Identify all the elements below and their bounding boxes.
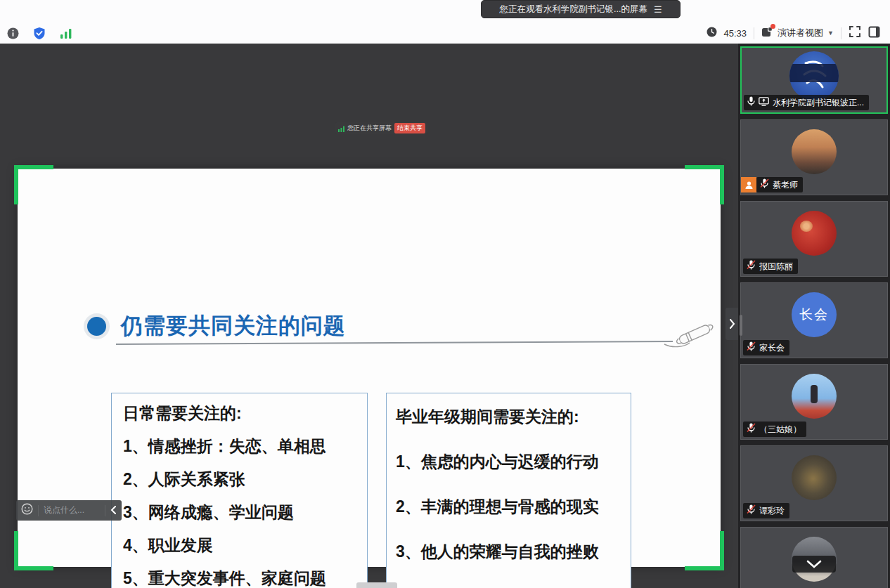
participant-label: 报国陈丽 (743, 259, 798, 274)
mic-muted-icon (747, 504, 756, 517)
participant-tile[interactable] (740, 527, 888, 588)
bottom-toolbar-hint (356, 582, 397, 588)
scroll-more-participants-button[interactable] (792, 556, 836, 573)
participant-label: 水利学院副书记银波正... (744, 95, 869, 110)
pen-icon (663, 312, 719, 353)
speaker-view-icon (761, 26, 773, 40)
mic-muted-icon (760, 178, 769, 191)
meeting-timer: 45:33 (724, 28, 747, 39)
side-panel-toggle-icon[interactable] (868, 26, 880, 41)
view-mode-label: 演讲者视图 (778, 27, 823, 39)
share-corner-marker (685, 165, 724, 204)
chat-input[interactable]: 说点什么... (44, 504, 100, 516)
chevron-down-icon: ▼ (827, 30, 834, 37)
right-box-heading: 毕业年级期间需要关注的: (396, 406, 621, 428)
left-box-item: 2、人际关系紧张 (123, 469, 356, 490)
share-corner-marker (685, 531, 724, 570)
avatar (792, 129, 837, 174)
daily-concerns-box: 日常需要关注的: 1、情感挫折：失恋、单相思 2、人际关系紧张 3、网络成瘾、学… (111, 393, 368, 588)
screen-share-icon (759, 96, 769, 109)
signal-bars-icon (338, 122, 344, 135)
fullscreen-icon[interactable] (849, 25, 861, 41)
clock-icon (707, 27, 717, 40)
participant-tile[interactable]: （三姑娘） (740, 364, 888, 440)
banner-menu-icon[interactable]: ☰ (654, 4, 662, 15)
chevron-left-icon[interactable] (110, 504, 117, 517)
right-box-item: 1、焦虑的内心与迟缓的行动 (396, 451, 621, 473)
watching-screen-text: 您正在观看水利学院副书记银...的屏幕 (499, 4, 647, 15)
avatar (792, 374, 837, 419)
info-icon[interactable] (7, 27, 19, 42)
sharing-status-banner: 您正在共享屏幕 结束共享 (335, 122, 428, 134)
mic-muted-icon (747, 423, 756, 436)
right-box-item: 2、丰满的理想与骨感的现实 (396, 496, 621, 518)
mic-muted-icon (747, 260, 756, 273)
emoji-icon[interactable] (21, 503, 33, 518)
title-bullet-dot (87, 317, 106, 336)
left-box-item: 1、情感挫折：失恋、单相思 (123, 436, 356, 457)
participant-tile[interactable]: 长会 家长会 (740, 282, 888, 358)
share-corner-marker (14, 165, 53, 204)
divider (105, 505, 105, 516)
divider (841, 27, 841, 39)
stop-sharing-button[interactable]: 结束共享 (394, 123, 425, 133)
host-badge-icon (741, 177, 756, 192)
avatar (792, 455, 837, 500)
avatar: 长会 (792, 292, 837, 337)
sidebar-collapse-handle[interactable] (725, 308, 738, 340)
participant-name: 谭彩玲 (759, 505, 785, 517)
avatar (792, 211, 837, 256)
chat-quick-bar[interactable]: 说点什么... (16, 500, 122, 521)
right-box-item: 3、他人的荣耀与自我的挫败 (396, 541, 621, 563)
left-box-item: 5、重大突发事件、家庭问题 (123, 568, 356, 588)
left-box-heading: 日常需要关注的: (123, 403, 356, 424)
avatar (789, 51, 839, 100)
participant-tile-presenter[interactable]: 水利学院副书记银波正... (740, 46, 888, 114)
participant-name: 报国陈丽 (759, 261, 793, 273)
meeting-header: 45:33 演讲者视图 ▼ (0, 0, 890, 44)
slide-title: 仍需要共同关注的问题 (121, 311, 346, 341)
network-signal-icon[interactable] (60, 28, 72, 42)
participant-name: 水利学院副书记银波正... (773, 97, 864, 109)
left-box-item: 4、职业发展 (123, 535, 356, 556)
divider (38, 505, 39, 516)
participant-tile[interactable]: 报国陈丽 (740, 201, 888, 277)
divider (754, 27, 754, 39)
title-underline (116, 341, 673, 345)
participants-sidebar: 水利学院副书记银波正... 綦老师 报国陈丽 (738, 44, 890, 588)
sidebar-scrollbar[interactable] (740, 315, 742, 336)
participant-label: 谭彩玲 (743, 503, 789, 518)
share-corner-marker (14, 531, 53, 570)
participant-name: 綦老师 (773, 179, 798, 191)
watching-screen-banner[interactable]: 您正在观看水利学院副书记银...的屏幕 ☰ (481, 0, 681, 18)
participant-name: 家长会 (759, 342, 785, 354)
participant-label: 綦老师 (756, 177, 803, 192)
graduation-concerns-box: 毕业年级期间需要关注的: 1、焦虑的内心与迟缓的行动 2、丰满的理想与骨感的现实… (386, 393, 631, 588)
participant-name: （三姑娘） (759, 424, 801, 436)
security-shield-icon[interactable] (33, 27, 46, 43)
left-box-item: 3、网络成瘾、学业问题 (123, 502, 356, 523)
participant-label: （三姑娘） (743, 422, 806, 437)
participant-tile[interactable]: 谭彩玲 (740, 445, 888, 521)
avatar-initials: 长会 (799, 306, 829, 324)
mic-muted-icon (747, 341, 756, 354)
view-mode-button[interactable]: 演讲者视图 ▼ (761, 26, 834, 40)
presentation-slide: 仍需要共同关注的问题 日常需要关注的: 1、情感挫折：失恋、单相思 2、人际关系… (18, 169, 721, 567)
avatar-overlay (789, 64, 839, 82)
sharing-status-text: 您正在共享屏幕 (347, 124, 392, 133)
mic-on-icon (747, 96, 755, 109)
participant-label: 家长会 (743, 340, 789, 355)
notification-dot (770, 24, 775, 29)
participant-tile[interactable]: 綦老师 (740, 119, 888, 195)
